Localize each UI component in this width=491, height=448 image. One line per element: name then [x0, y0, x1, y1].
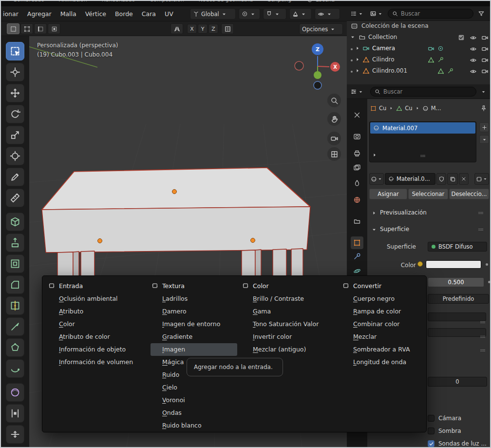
fake-user-button[interactable] — [436, 173, 446, 185]
navigation-gizmo[interactable]: Z X — [293, 42, 342, 96]
expand-icon[interactable] — [372, 152, 378, 158]
outliner-display-mode-dropdown[interactable] — [349, 8, 365, 19]
tab-tool[interactable] — [351, 109, 363, 121]
mesh-data-icon[interactable] — [437, 68, 444, 75]
node-menu-item[interactable]: Longitud de onda — [341, 356, 424, 369]
hide-viewport-icon[interactable] — [470, 45, 477, 53]
snap-dropdown[interactable] — [263, 8, 286, 19]
tool-extrude-region[interactable] — [6, 234, 24, 252]
camera-data-icon[interactable] — [428, 45, 434, 52]
breadcrumb-material[interactable]: M... — [431, 105, 441, 112]
expand-icon[interactable] — [355, 45, 360, 51]
tool-measure[interactable] — [6, 189, 24, 207]
node-menu-item[interactable]: Oclusión ambiental — [47, 292, 145, 305]
workspace-tab[interactable]: Animación — [59, 1, 87, 3]
preset-dropdown[interactable]: Predefinido — [428, 294, 489, 304]
node-menu-item[interactable]: Cuerpo negro — [341, 292, 424, 305]
breadcrumb-data[interactable]: Cu — [405, 105, 412, 112]
disable-render-icon[interactable] — [481, 68, 489, 75]
tab-object[interactable] — [351, 236, 363, 249]
workspace-tab[interactable]: Nodos de geometría — [199, 1, 253, 3]
hide-viewport-icon[interactable] — [470, 57, 477, 64]
menu-malla[interactable]: Malla — [60, 10, 76, 18]
node-menu-item[interactable]: Color — [47, 318, 145, 331]
duplicate-material-button[interactable] — [447, 173, 458, 185]
panel-grip-icon[interactable] — [476, 227, 485, 233]
tab-modifiers[interactable] — [351, 250, 363, 263]
node-menu-item[interactable]: Damero — [151, 305, 237, 318]
modifier-icon[interactable] — [437, 57, 444, 63]
workspace-tab[interactable]: Sombreado — [14, 1, 44, 3]
hidden-field[interactable] — [428, 328, 486, 337]
menu-borde[interactable]: Borde — [115, 10, 133, 18]
tool-cursor[interactable] — [6, 63, 24, 81]
panel-grip-icon[interactable] — [478, 319, 487, 325]
menu-agregar[interactable]: Agregar — [27, 10, 52, 18]
tool-annotate[interactable] — [6, 168, 24, 186]
node-menu-item[interactable]: Gama — [241, 305, 338, 318]
node-menu-item[interactable]: Combinar color — [341, 318, 424, 331]
hide-viewport-icon[interactable] — [470, 34, 477, 41]
tool-shrink-fatten[interactable] — [6, 425, 24, 444]
node-tree-button[interactable] — [474, 173, 489, 185]
panel-grip-icon[interactable] — [476, 210, 485, 216]
browse-material-button[interactable] — [369, 173, 384, 185]
outliner-row-cilindro-001[interactable]: Cilindro.001 — [347, 66, 490, 77]
gizmo-neg-z[interactable] — [314, 81, 321, 89]
deselect-button[interactable]: Deseleccio... — [449, 189, 489, 199]
workspace-tab[interactable]: Scripting — [267, 1, 291, 3]
pass-index-field[interactable]: 0 — [428, 377, 487, 387]
preview-panel-header[interactable]: Previsualización — [367, 207, 490, 219]
node-menu-item[interactable]: Tono Saturación Valor — [241, 318, 338, 331]
camera-visibility-checkbox[interactable] — [428, 415, 434, 422]
node-menu-item[interactable]: Atributo de color — [47, 331, 145, 343]
tab-scene[interactable] — [351, 177, 363, 190]
node-menu-item[interactable]: Invertir color — [241, 331, 338, 343]
pin-icon[interactable] — [480, 105, 487, 112]
gizmo-y[interactable] — [314, 71, 321, 79]
outliner-row-camera[interactable]: Camera — [347, 43, 490, 55]
roughness-slider[interactable]: 0.500 — [428, 277, 484, 287]
material-name-field[interactable]: Material.0... — [385, 173, 435, 185]
workspace-tab[interactable]: Composición — [150, 1, 184, 3]
options-dropdown[interactable]: Opciones — [299, 23, 343, 35]
overlay-button[interactable] — [221, 23, 234, 34]
color-socket-icon[interactable] — [417, 261, 423, 267]
node-menu-item[interactable]: Imagen de entorno — [151, 318, 237, 331]
tool-spin[interactable] — [6, 359, 24, 378]
tool-move[interactable] — [6, 84, 24, 102]
outliner-search-input[interactable]: Buscar — [388, 9, 473, 19]
tab-world[interactable] — [351, 194, 363, 206]
gizmo-neg-x[interactable] — [295, 61, 303, 70]
proportional-edit-dropdown[interactable] — [289, 8, 312, 19]
outliner-row-scene-collection[interactable]: Colección de la escena — [347, 21, 490, 32]
material-slot-selected[interactable]: Material.007 — [370, 122, 475, 134]
tab-view-layer[interactable] — [351, 161, 363, 174]
tool-smooth[interactable] — [6, 383, 24, 402]
tool-scale[interactable] — [6, 126, 24, 144]
pivot-point-dropdown[interactable] — [239, 8, 260, 19]
node-menu-item[interactable]: Mezclar — [341, 331, 424, 343]
add-material-slot-button[interactable] — [479, 122, 489, 132]
assign-button[interactable]: Asignar — [369, 189, 407, 199]
node-menu-item[interactable]: Información de volumen — [47, 356, 145, 369]
tab-render[interactable] — [351, 130, 363, 143]
node-menu-item[interactable]: Brillo / Contraste — [241, 292, 338, 305]
properties-options-button[interactable] — [479, 86, 488, 97]
node-menu-item[interactable]: Voronoi — [151, 394, 237, 407]
light-probe-visibility-checkbox[interactable] — [428, 440, 434, 447]
material-slot-list[interactable]: Material.007 — [369, 121, 476, 162]
disable-render-icon[interactable] — [481, 34, 489, 41]
axis-toggle-z[interactable]: Z — [208, 24, 218, 34]
scene-selector[interactable]: Escena — [307, 1, 335, 3]
node-menu-item[interactable]: Ondas — [151, 407, 237, 419]
pan-button[interactable] — [327, 112, 341, 126]
expand-icon[interactable] — [350, 34, 356, 40]
select-mode-edge-button[interactable] — [34, 23, 47, 34]
node-menu-item[interactable]: Mezclar (antiguo) — [241, 343, 338, 356]
workspace-tab[interactable]: Renderizado — [102, 1, 135, 3]
breadcrumb-object[interactable]: Cu — [379, 105, 386, 112]
outliner-row-collection[interactable]: Collection — [347, 32, 490, 43]
node-menu-item[interactable]: Imagen — [151, 343, 237, 356]
node-menu-item[interactable]: Cielo — [151, 381, 237, 394]
